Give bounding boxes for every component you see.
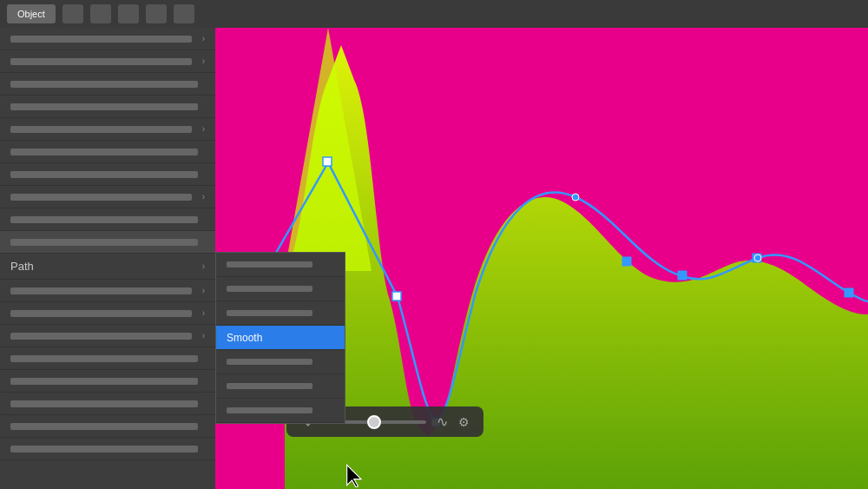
svg-rect-7 <box>845 288 853 297</box>
panel-item-6[interactable] <box>0 141 215 163</box>
panel-item-p7[interactable] <box>0 415 215 438</box>
svg-point-9 <box>754 254 761 261</box>
left-panel: › › › › Path › › › › <box>0 28 215 489</box>
submenu-item-7[interactable] <box>216 399 345 423</box>
panel-item-3[interactable] <box>0 73 215 96</box>
cursor-arrow-icon <box>343 463 367 487</box>
panel-item-p3[interactable]: › <box>0 325 215 347</box>
submenu-item-smooth[interactable]: Smooth <box>216 326 345 350</box>
panel-item-p2[interactable]: › <box>0 302 215 325</box>
chevron-icon-p1: › <box>202 286 205 295</box>
toolbar-btn-2[interactable] <box>90 4 111 23</box>
panel-item-p6[interactable] <box>0 393 215 415</box>
submenu-item-5[interactable] <box>216 350 345 374</box>
chevron-icon-p2: › <box>202 308 205 318</box>
panel-item-p1[interactable]: › <box>0 280 215 302</box>
panel-item-4[interactable] <box>0 96 215 118</box>
panel-item-5[interactable]: › <box>0 118 215 141</box>
slider-thumb[interactable] <box>367 415 381 429</box>
svg-rect-4 <box>622 257 631 266</box>
panel-item-1[interactable]: › <box>0 28 215 50</box>
smooth-label: Smooth <box>227 332 262 344</box>
panel-item-2[interactable]: › <box>0 50 215 73</box>
panel-item-10[interactable] <box>0 231 215 254</box>
chevron-icon-1: › <box>202 34 205 43</box>
chevron-icon-p3: › <box>202 331 205 340</box>
path-chevron-icon: › <box>202 261 205 271</box>
path-label: Path <box>10 260 199 273</box>
object-button[interactable]: Object <box>7 4 56 23</box>
chevron-icon-8: › <box>202 192 205 202</box>
svg-rect-1 <box>323 157 332 166</box>
chevron-icon-2: › <box>202 56 205 66</box>
settings-icon[interactable]: ⚙ <box>458 415 470 429</box>
submenu-item-1[interactable] <box>216 253 345 277</box>
submenu-item-3[interactable] <box>216 301 345 326</box>
panel-item-p5[interactable] <box>0 370 215 393</box>
submenu-item-2[interactable] <box>216 277 345 301</box>
panel-item-8[interactable]: › <box>0 186 215 208</box>
svg-marker-10 <box>347 465 361 487</box>
toolbar-btn-5[interactable] <box>174 4 194 23</box>
svg-rect-5 <box>678 271 687 280</box>
top-toolbar: Object <box>0 0 868 28</box>
panel-item-9[interactable] <box>0 208 215 231</box>
panel-item-p8[interactable] <box>0 438 215 460</box>
svg-rect-2 <box>392 292 401 301</box>
svg-point-8 <box>572 194 579 201</box>
toolbar-btn-4[interactable] <box>146 4 167 23</box>
panel-item-p4[interactable] <box>0 347 215 370</box>
panel-item-7[interactable] <box>0 163 215 186</box>
path-submenu: Smooth <box>215 252 345 424</box>
wave-right-icon: ∿ <box>437 413 448 430</box>
toolbar-btn-1[interactable] <box>62 4 83 23</box>
path-item[interactable]: Path › <box>0 254 215 280</box>
toolbar-btn-3[interactable] <box>118 4 139 23</box>
submenu-item-6[interactable] <box>216 374 345 399</box>
chevron-icon-5: › <box>202 124 205 134</box>
